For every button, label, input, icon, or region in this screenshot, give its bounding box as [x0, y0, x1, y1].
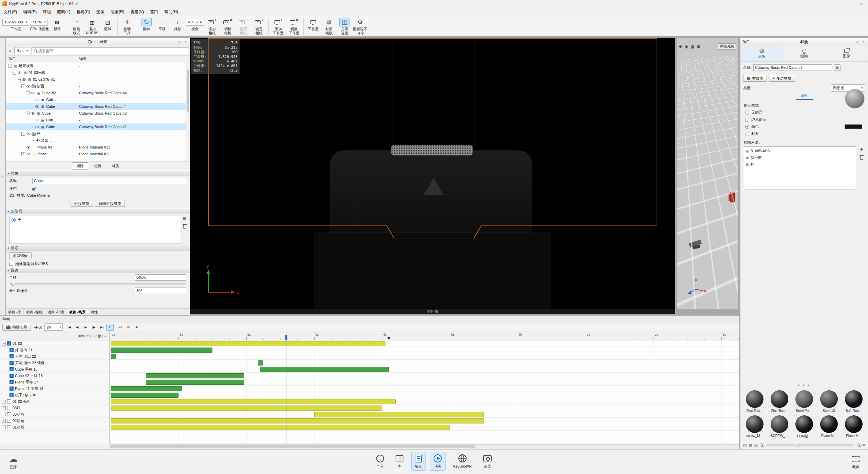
camera-icon[interactable]: ◉	[685, 44, 688, 49]
excluded-objects-list[interactable]: ▣B1085-ASS▣保护盖▣外	[744, 146, 856, 190]
toolbar-add-camera[interactable]: +添加 相机	[205, 17, 220, 35]
track-checkbox[interactable]: ✓	[10, 380, 14, 384]
material-thumbnail[interactable]: Zinc Text...	[742, 390, 767, 413]
tree-expander[interactable]: −	[26, 112, 30, 115]
undock-icon[interactable]: ▢	[177, 39, 182, 45]
undock-icon[interactable]: ▢	[855, 39, 860, 45]
timeline-bar[interactable]	[111, 425, 450, 430]
material-options-button[interactable]: ▤	[834, 64, 841, 71]
track-expander[interactable]: +	[2, 406, 6, 410]
material-thumbnail[interactable]: Zinc Text...	[767, 390, 792, 413]
toolbar-switch-camera[interactable]: ⇄切换 相机	[220, 17, 235, 35]
toolbar-configurator-wizard[interactable]: ⚙配置程序 向导	[353, 17, 367, 35]
toolbar-workspace[interactable]: 1920x1080▾工作区	[2, 17, 29, 31]
toolbar-render-nurbs[interactable]: ▦渲染 NURBS	[85, 17, 100, 35]
dock-tab-environment[interactable]: 项目 -环境	[45, 309, 67, 315]
timeline-bar[interactable]	[111, 348, 212, 353]
material-thumbnail[interactable]: Steel #3	[816, 390, 841, 413]
track-row[interactable]: +02动画	[0, 418, 109, 424]
cpu-usage-dropdown[interactable]: 50 %▾	[31, 19, 48, 26]
close-icon[interactable]: ×	[861, 39, 866, 45]
track-row[interactable]: ✓Cube 平移 15	[0, 366, 109, 373]
menu-render[interactable]: 渲染(R)	[108, 7, 128, 16]
track-target-button[interactable]: ⊕	[133, 324, 140, 331]
detail-view-icon[interactable]: ▥	[754, 443, 758, 447]
render-layer-section-header[interactable]: ▾ 渲染层	[6, 208, 190, 214]
track-row[interactable]: ✓外 淡出 21	[0, 347, 109, 353]
menu-view[interactable]: 查看(V)	[127, 7, 147, 16]
menu-file[interactable]: 文件(F)	[1, 7, 20, 16]
slider-thumb[interactable]	[796, 443, 798, 447]
object-section-header[interactable]: ▾ 对象	[6, 170, 190, 176]
always-nurbs-checkbox[interactable]	[9, 262, 13, 266]
material-thumbnail[interactable]: Plane M...	[816, 415, 841, 439]
geometry-view-panel[interactable]: ⚙◉▦⊞编辑几何	[677, 38, 738, 309]
track-expander[interactable]: +	[2, 426, 6, 429]
toolbar-pause[interactable]: ▮▮暂停	[50, 17, 65, 31]
toolbar-move-tool[interactable]: +移动 工具	[120, 17, 135, 35]
track-checkbox[interactable]	[7, 399, 11, 403]
track-row[interactable]: ✓Cube #2 平移 16	[0, 373, 109, 379]
dock-import[interactable]: 导入	[373, 452, 388, 471]
gear-icon[interactable]: ⚙	[679, 44, 682, 49]
timeline-bar[interactable]	[111, 354, 116, 359]
zoom-in-icon[interactable]	[857, 443, 860, 447]
fov-stepper[interactable]: ◀73.2▶	[186, 19, 204, 26]
unlink-material-button[interactable]: 解除链接材质	[95, 200, 125, 207]
eye-icon[interactable]	[31, 112, 35, 115]
excluded-object-row[interactable]: ▣外	[746, 161, 854, 168]
eye-off-icon[interactable]	[35, 119, 39, 121]
link-material-button[interactable]: 链接材质	[71, 200, 93, 207]
eye-icon[interactable]	[26, 146, 30, 149]
skip-start-button[interactable]: |◀	[65, 324, 73, 331]
radio-icon[interactable]	[745, 132, 749, 136]
track-row[interactable]: +01-02动画	[0, 398, 109, 405]
menu-edit[interactable]: 编辑(E)	[20, 7, 40, 16]
min-angle-field[interactable]	[135, 288, 186, 294]
edit-geometry-button[interactable]: 编辑几何	[718, 43, 736, 50]
track-area[interactable]	[110, 340, 739, 444]
slider-thumb[interactable]	[12, 282, 14, 286]
retessellate-button[interactable]: 重新镶嵌	[9, 252, 32, 259]
tree-row[interactable]: −▣Cube #2Cutaway Basic Red Caps #4	[6, 90, 186, 96]
eye-icon[interactable]	[35, 126, 39, 128]
maximize-button[interactable]: □	[843, 0, 855, 7]
material-thumbnail[interactable]: Soft Rou...	[841, 390, 866, 413]
radius-field[interactable]	[135, 274, 186, 281]
toolbar-flip[interactable]: ↻翻转	[139, 17, 154, 31]
track-checkbox[interactable]: ✓	[10, 361, 14, 365]
track-checkbox[interactable]	[7, 412, 11, 416]
timeline-bar[interactable]	[314, 412, 484, 417]
track-row[interactable]: +03动画	[0, 411, 109, 418]
dock-render[interactable]: 渲染	[479, 452, 495, 471]
track-row[interactable]: ✓Plane #1 平移 18	[0, 386, 109, 392]
track-expander[interactable]: +	[2, 413, 6, 416]
tab-properties[interactable]: 属性	[72, 162, 88, 170]
timeline-ruler[interactable]: 0s1s2s3s4s5s6s7s8s9s	[110, 332, 739, 340]
track-row[interactable]: +03灯	[0, 405, 109, 411]
track-checkbox[interactable]: ✓	[10, 374, 14, 378]
material-preview-sphere[interactable]	[845, 89, 865, 108]
tab-material[interactable]: 材质	[107, 162, 124, 170]
menu-environment[interactable]: 环境	[40, 7, 54, 16]
tree-row[interactable]: ▣Cub...-	[6, 117, 186, 123]
eye-icon[interactable]	[35, 105, 39, 108]
dock-tab-properties[interactable]: 属性	[88, 309, 100, 315]
round-edge-section-header[interactable]: ▾ 圆边	[6, 267, 190, 273]
timeline-bar[interactable]	[111, 399, 396, 404]
track-checkbox[interactable]: ✓	[10, 393, 14, 397]
tree-row[interactable]: −▤01-02光板 #1-	[6, 76, 186, 83]
tab-properties[interactable]: 属性	[796, 93, 813, 100]
eye-icon[interactable]	[22, 78, 26, 81]
material-name-field[interactable]	[753, 64, 832, 71]
dock-screenshot[interactable]: 截屏	[848, 453, 863, 471]
radio-icon[interactable]	[745, 111, 749, 115]
tree-expander[interactable]: −	[13, 71, 16, 75]
zoom-out-icon[interactable]	[760, 443, 763, 447]
track-row[interactable]: ✓Plane 平移 17	[0, 379, 109, 386]
toolbar-performance-mode[interactable]: ◔性能 模式	[69, 17, 84, 35]
scene-search-box[interactable]	[32, 47, 188, 54]
track-checkbox[interactable]: ✓	[7, 341, 11, 345]
tessellation-section-header[interactable]: ▾ 镶嵌	[6, 245, 190, 251]
object-name-field[interactable]	[32, 178, 186, 184]
